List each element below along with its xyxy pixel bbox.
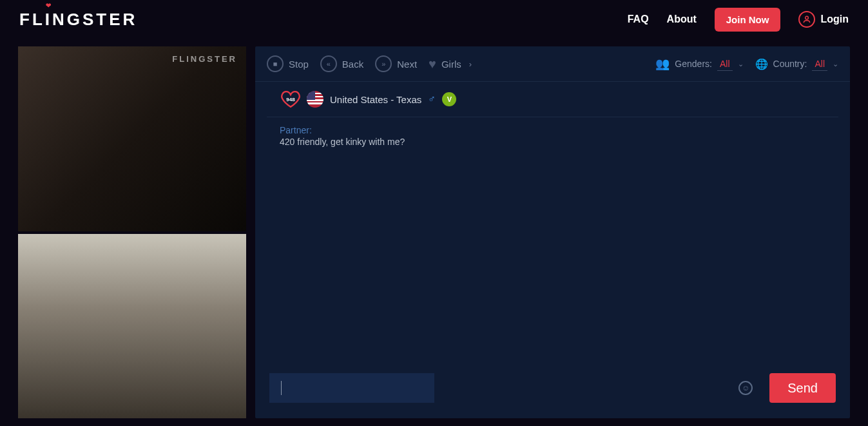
partner-location: United States - Texas xyxy=(330,94,421,105)
heart-icon: ♥ xyxy=(429,57,436,72)
join-button[interactable]: Join Now xyxy=(715,8,781,32)
flag-icon xyxy=(307,91,323,108)
nav: FAQ About Join Now Login xyxy=(628,8,849,32)
message-sender: Partner: xyxy=(280,125,825,135)
next-button[interactable]: » Next xyxy=(375,55,417,72)
self-video[interactable] xyxy=(18,234,246,419)
globe-icon: 🌐 xyxy=(755,58,768,70)
verified-badge: V xyxy=(442,92,456,106)
user-icon xyxy=(798,11,815,28)
girls-button[interactable]: ♥ Girls › xyxy=(429,57,472,72)
chevron-down-icon: ⌄ xyxy=(738,60,744,68)
chat-panel: ■ Stop « Back » Next ♥ Girls › xyxy=(255,46,850,418)
messages-area: Partner: 420 friendly, get kinky with me… xyxy=(255,117,850,363)
like-count: 948 xyxy=(286,97,294,102)
svg-point-0 xyxy=(805,16,809,19)
partner-info: 948 United States - Texas ♂ V xyxy=(267,82,838,117)
nav-faq[interactable]: FAQ xyxy=(628,14,649,25)
login-button[interactable]: Login xyxy=(798,11,849,28)
genders-filter[interactable]: 👥 Genders: All ⌄ xyxy=(655,57,743,71)
main: FLINGSTER ■ Stop « Back » Next ♥ xyxy=(0,39,868,426)
chevron-right-icon: › xyxy=(469,59,472,69)
male-icon: ♂ xyxy=(428,93,436,105)
partner-video[interactable]: FLINGSTER xyxy=(18,46,246,231)
video-column: FLINGSTER xyxy=(18,46,246,418)
back-button[interactable]: « Back xyxy=(320,55,363,72)
back-icon: « xyxy=(320,55,337,72)
stop-icon: ■ xyxy=(267,55,284,72)
send-button[interactable]: Send xyxy=(769,373,836,403)
login-label: Login xyxy=(820,14,849,25)
logo[interactable]: FLINGSTER xyxy=(19,10,137,30)
people-icon: 👥 xyxy=(655,57,670,71)
chat-toolbar: ■ Stop « Back » Next ♥ Girls › xyxy=(255,46,850,82)
message-input[interactable] xyxy=(269,373,434,403)
country-filter[interactable]: 🌐 Country: All ⌄ xyxy=(755,57,838,71)
watermark: FLINGSTER xyxy=(172,54,237,64)
nav-about[interactable]: About xyxy=(667,14,697,25)
emoji-icon[interactable]: ☺ xyxy=(738,381,753,395)
next-icon: » xyxy=(375,55,392,72)
header: FLINGSTER FAQ About Join Now Login xyxy=(0,0,868,39)
message-text: 420 friendly, get kinky with me? xyxy=(280,137,825,147)
stop-button[interactable]: ■ Stop xyxy=(267,55,309,72)
chevron-down-icon: ⌄ xyxy=(833,60,838,68)
input-row: ☺ Send xyxy=(255,363,850,418)
like-badge[interactable]: 948 xyxy=(281,91,300,108)
